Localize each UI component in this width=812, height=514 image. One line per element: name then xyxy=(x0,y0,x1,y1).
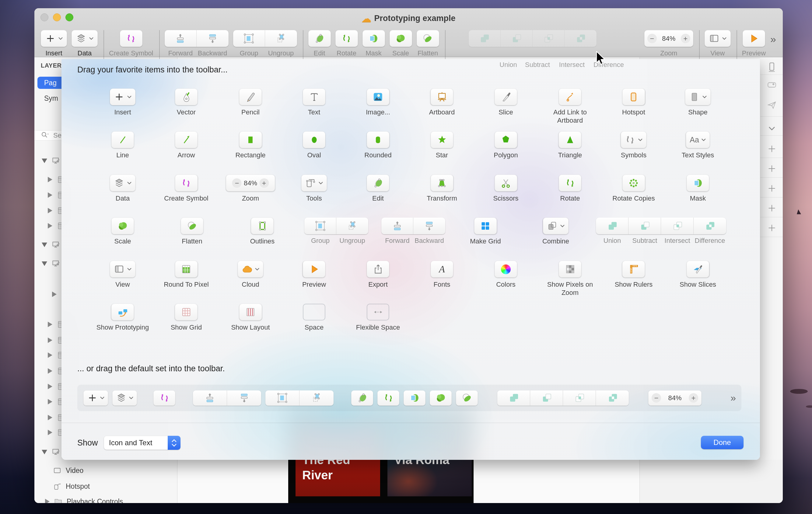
subtract-strip-button[interactable] xyxy=(530,391,563,406)
difference-toolbar-button[interactable] xyxy=(564,30,597,47)
device-icon[interactable] xyxy=(760,61,783,73)
union-strip-button[interactable] xyxy=(497,391,530,406)
layer-row-video[interactable]: Video xyxy=(34,464,177,477)
send-icon[interactable] xyxy=(760,99,783,110)
transform-sheet-item[interactable] xyxy=(431,175,453,192)
subtract-sheet-item[interactable] xyxy=(629,218,661,234)
stepper-icon[interactable] xyxy=(168,436,180,450)
flatten-strip-button[interactable] xyxy=(456,391,478,406)
scale-strip-button[interactable] xyxy=(430,391,452,406)
ungroup-sheet-item[interactable] xyxy=(336,218,368,234)
oval-sheet-item[interactable] xyxy=(303,132,325,148)
show-grid-sheet-item[interactable] xyxy=(175,304,198,320)
intersect-toolbar-button[interactable] xyxy=(532,30,564,47)
subtract-toolbar-button[interactable] xyxy=(501,30,532,47)
zoom-control[interactable]: −84%+ xyxy=(644,30,693,47)
triangle-sheet-item[interactable] xyxy=(559,132,581,148)
star-sheet-item[interactable] xyxy=(431,132,453,148)
data-toolbar-button[interactable] xyxy=(71,30,98,47)
edit-strip-button[interactable] xyxy=(351,391,373,406)
edit-sheet-item[interactable] xyxy=(367,175,389,192)
text-styles-sheet-item[interactable]: Aa xyxy=(686,132,710,148)
show-slices-sheet-item[interactable] xyxy=(687,261,709,278)
data-strip-button[interactable] xyxy=(112,391,137,406)
space-sheet-item[interactable] xyxy=(303,304,325,320)
backward-toolbar-button[interactable] xyxy=(197,30,229,47)
difference-strip-button[interactable] xyxy=(596,391,629,406)
default-set-strip[interactable]: −84%+» xyxy=(77,385,742,411)
forward-strip-button[interactable] xyxy=(193,391,227,406)
cloud-sheet-item[interactable] xyxy=(238,261,263,278)
group-sheet-item[interactable] xyxy=(304,218,336,234)
create-symbol-toolbar-button[interactable] xyxy=(120,30,142,47)
layer-row-hotspot[interactable]: Hotspot xyxy=(34,480,177,493)
show-rulers-sheet-item[interactable] xyxy=(622,261,645,278)
ungroup-toolbar-button[interactable] xyxy=(265,30,297,47)
rotate-sheet-item[interactable] xyxy=(559,175,581,192)
add-button[interactable] xyxy=(760,143,783,154)
preview-sheet-item[interactable] xyxy=(303,261,325,278)
union-toolbar-button[interactable] xyxy=(469,30,501,47)
edit-toolbar-button[interactable] xyxy=(308,30,331,47)
create-symbol-strip-button[interactable] xyxy=(153,391,175,406)
zoom-in-button[interactable]: + xyxy=(681,34,690,43)
add-button[interactable] xyxy=(760,163,783,174)
mask-toolbar-button[interactable] xyxy=(362,30,385,47)
ungroup-strip-button[interactable] xyxy=(299,391,334,406)
add-button[interactable] xyxy=(760,203,783,213)
zoom-in-button[interactable]: + xyxy=(259,178,269,188)
symbols-sheet-item[interactable] xyxy=(621,132,646,148)
mask-strip-button[interactable] xyxy=(404,391,426,406)
rotate-copies-sheet-item[interactable] xyxy=(622,175,645,192)
shape-sheet-item[interactable] xyxy=(685,89,710,105)
protostart-icon[interactable] xyxy=(760,80,783,90)
outlines-sheet-item[interactable] xyxy=(251,218,273,234)
flatten-toolbar-button[interactable] xyxy=(417,30,439,47)
combine-sheet-item[interactable] xyxy=(543,218,569,234)
tools-sheet-item[interactable] xyxy=(301,175,327,192)
forward-toolbar-button[interactable] xyxy=(165,30,197,47)
group-strip-button[interactable] xyxy=(265,391,299,406)
arrow-sheet-item[interactable] xyxy=(175,132,198,148)
hotspot-sheet-item[interactable] xyxy=(622,89,645,105)
flexible-space-sheet-item[interactable] xyxy=(367,304,389,320)
toolbar-overflow-icon[interactable]: » xyxy=(770,33,776,45)
view-toolbar-button[interactable] xyxy=(704,30,731,47)
make-grid-sheet-item[interactable] xyxy=(474,218,497,234)
zoom-control-sheet-item[interactable]: −84%+ xyxy=(226,175,275,192)
union-sheet-item[interactable] xyxy=(596,218,629,234)
sidebar-page-item[interactable]: Sym xyxy=(44,94,58,103)
strip-overflow-icon[interactable]: » xyxy=(730,392,735,403)
polygon-sheet-item[interactable] xyxy=(495,132,517,148)
rectangle-sheet-item[interactable] xyxy=(239,132,262,148)
forward-sheet-item[interactable] xyxy=(381,218,413,234)
insert-strip-button[interactable] xyxy=(83,391,108,406)
backward-strip-button[interactable] xyxy=(227,391,261,406)
layer-row-playback-controls[interactable]: Playback Controls xyxy=(34,495,177,503)
mask-sheet-item[interactable] xyxy=(687,175,709,192)
create-symbol-sheet-item[interactable] xyxy=(175,175,198,192)
difference-sheet-item[interactable] xyxy=(694,218,726,234)
chevdown-icon[interactable] xyxy=(760,123,783,134)
zoom-control-strip[interactable]: −84%+ xyxy=(648,391,701,406)
insert-sheet-item[interactable] xyxy=(110,89,136,105)
rotate-strip-button[interactable] xyxy=(377,391,399,406)
rounded-sheet-item[interactable] xyxy=(367,132,389,148)
scissors-sheet-item[interactable] xyxy=(495,175,517,192)
flatten-sheet-item[interactable] xyxy=(181,218,203,234)
image-sheet-item[interactable] xyxy=(367,89,389,105)
pencil-sheet-item[interactable] xyxy=(239,89,262,105)
add-button[interactable] xyxy=(760,223,783,233)
intersect-strip-button[interactable] xyxy=(563,391,596,406)
group-toolbar-button[interactable] xyxy=(233,30,265,47)
colors-sheet-item[interactable] xyxy=(495,261,517,278)
layer-row-item[interactable] xyxy=(34,502,177,503)
line-sheet-item[interactable] xyxy=(111,132,134,148)
show-mode-select[interactable]: Icon and Text xyxy=(104,436,180,450)
fonts-sheet-item[interactable]: A xyxy=(431,261,453,278)
view-sheet-item[interactable] xyxy=(110,261,136,278)
round-to-pixel-sheet-item[interactable] xyxy=(175,261,198,278)
show-layout-sheet-item[interactable] xyxy=(239,304,262,320)
zoom-out-button[interactable]: − xyxy=(232,178,242,188)
artboard-sheet-item[interactable] xyxy=(431,89,453,105)
